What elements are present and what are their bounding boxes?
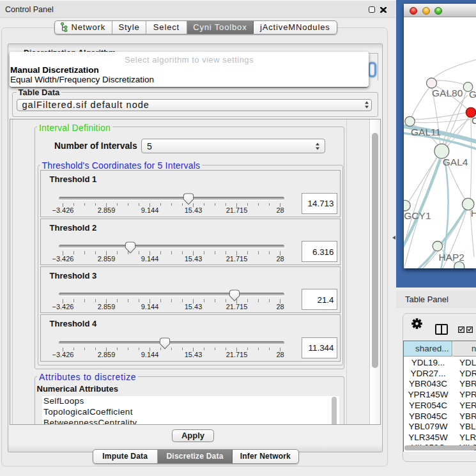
svg-text:C: C [472,115,476,126]
svg-text:GAL4: GAL4 [443,157,468,167]
svg-text:GCY1: GCY1 [404,210,431,221]
svg-text:GAL80: GAL80 [432,88,463,98]
svg-text:HAP2: HAP2 [438,252,464,263]
svg-text:G: G [469,89,476,100]
svg-text:GAL11: GAL11 [411,127,441,137]
svg-text:H: H [471,208,476,219]
